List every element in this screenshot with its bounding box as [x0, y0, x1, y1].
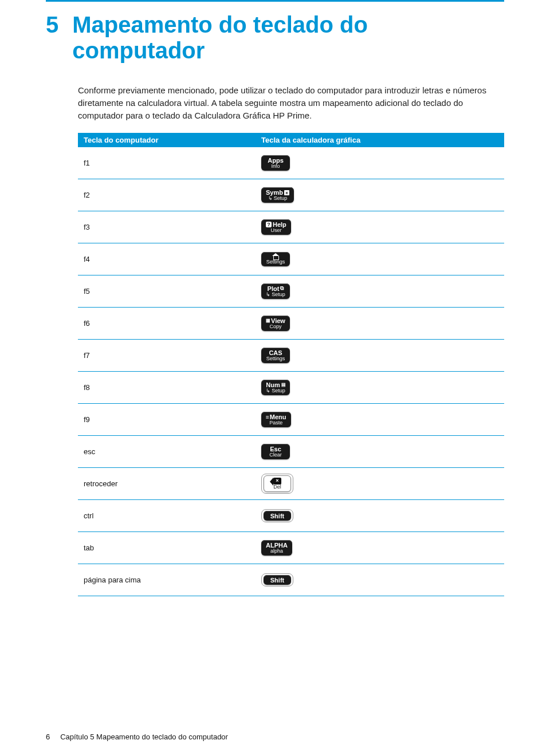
computer-key-label: esc — [84, 447, 261, 456]
calculator-key-cell: ?HelpUser — [261, 219, 498, 235]
calc-key-line1: Shift — [270, 513, 284, 519]
calc-key: CASSettings — [261, 348, 290, 363]
computer-key-label: f7 — [84, 351, 261, 360]
computer-key-label: f1 — [84, 159, 261, 167]
table-row: f4Settings — [78, 243, 504, 275]
calc-key: ▦ViewCopy — [261, 316, 290, 331]
header-calculator-key: Tecla da calculadora gráfica — [261, 136, 498, 144]
computer-key-label: f6 — [84, 319, 261, 328]
table-row: retroceder×Del — [78, 468, 504, 500]
calc-key-line2: Copy — [269, 324, 281, 330]
calc-key: Shift — [264, 511, 291, 521]
calc-key: ALPHAalpha — [261, 540, 292, 556]
calc-key-line2: User — [270, 228, 281, 234]
table-row: f9≡MenuPaste — [78, 404, 504, 436]
footer-page-number: 6 — [46, 733, 50, 741]
calculator-key-cell: Num▤↳Setup — [261, 380, 498, 395]
computer-key-label: f4 — [84, 255, 261, 263]
calc-key: AppsInfo — [261, 155, 290, 171]
num-icon: ▤ — [281, 383, 285, 388]
calculator-key-cell: Settings — [261, 252, 498, 266]
calc-key-line2: alpha — [270, 549, 283, 554]
calc-key-line2: ↳Setup — [268, 196, 288, 202]
computer-key-label: página para cima — [84, 576, 261, 584]
top-rule — [46, 0, 504, 2]
calc-key-line1: Shift — [270, 577, 284, 584]
computer-key-label: f2 — [84, 191, 261, 199]
chapter-number: 5 — [46, 12, 58, 38]
calc-key: Num▤↳Setup — [261, 380, 290, 395]
calc-key-line2: Paste — [269, 420, 282, 426]
table-row: f1AppsInfo — [78, 147, 504, 179]
calculator-key-cell: ≡MenuPaste — [261, 412, 498, 427]
calculator-key-cell: Shift — [261, 509, 498, 522]
calc-key: ?HelpUser — [261, 219, 291, 235]
calc-key: ×Del — [264, 475, 291, 492]
calc-key-line2: Del — [273, 485, 281, 490]
computer-key-label: f3 — [84, 223, 261, 231]
computer-key-label: f5 — [84, 287, 261, 296]
return-arrow-icon: ↳ — [266, 292, 270, 298]
intro-paragraph: Conforme previamente mencionado, pode ut… — [78, 84, 504, 121]
calc-key-line2: Info — [271, 164, 280, 170]
calculator-key-cell: EscClear — [261, 444, 498, 459]
table-row: escEscClear — [78, 436, 504, 468]
table-row: página para cimaShift — [78, 564, 504, 596]
calculator-key-cell: Plot⧉↳Setup — [261, 284, 498, 299]
calculator-key-cell: ALPHAalpha — [261, 540, 498, 556]
chapter-heading: 5 Mapeamento do teclado do computador — [46, 12, 504, 64]
page-footer: 6 Capítulo 5 Mapeamento do teclado do co… — [46, 733, 228, 741]
calculator-key-cell: ▦ViewCopy — [261, 316, 498, 331]
footer-chapter-ref: Capítulo 5 Mapeamento do teclado do comp… — [60, 733, 228, 741]
computer-key-label: f8 — [84, 383, 261, 392]
return-arrow-icon: ↳ — [266, 388, 270, 394]
calc-key-line2: Clear — [269, 452, 282, 458]
calculator-key-cell: AppsInfo — [261, 155, 498, 171]
calc-key: ≡MenuPaste — [261, 412, 291, 427]
calc-key: Plot⧉↳Setup — [261, 284, 290, 299]
calc-key-line2: Settings — [266, 259, 285, 265]
computer-key-label: tab — [84, 544, 261, 552]
key-outline: ×Del — [261, 474, 293, 494]
table-row: f5Plot⧉↳Setup — [78, 275, 504, 308]
calculator-key-cell: CASSettings — [261, 348, 498, 363]
header-computer-key: Tecla do computador — [84, 136, 261, 144]
table-header-row: Tecla do computador Tecla da calculadora… — [78, 133, 504, 147]
table-row: f3?HelpUser — [78, 211, 504, 243]
menu-icon: ≡ — [266, 414, 269, 420]
computer-key-label: ctrl — [84, 511, 261, 520]
table-row: f2Symbx↳Setup — [78, 179, 504, 211]
plot-icon: ⧉ — [280, 286, 284, 292]
calculator-key-cell: ×Del — [261, 474, 498, 494]
table-row: f8Num▤↳Setup — [78, 372, 504, 404]
key-mapping-table: Tecla do computador Tecla da calculadora… — [78, 133, 504, 596]
calc-key: Shift — [264, 575, 291, 585]
symb-x-icon: x — [284, 190, 289, 195]
table-row: f7CASSettings — [78, 340, 504, 372]
computer-key-label: f9 — [84, 415, 261, 424]
calc-key-line2: ↳Setup — [266, 388, 285, 394]
view-icon: ▦ — [266, 318, 270, 324]
table-row: tabALPHAalpha — [78, 532, 504, 564]
chapter-title: Mapeamento do teclado do computador — [72, 12, 504, 64]
table-row: ctrlShift — [78, 500, 504, 532]
help-icon: ? — [266, 222, 272, 227]
calculator-key-cell: Symbx↳Setup — [261, 187, 498, 203]
computer-key-label: retroceder — [84, 479, 261, 488]
calculator-key-cell: Shift — [261, 573, 498, 586]
calc-key: Settings — [261, 252, 290, 266]
calc-key: Symbx↳Setup — [261, 187, 294, 203]
return-arrow-icon: ↳ — [268, 196, 273, 202]
calc-key-line2: ↳Setup — [266, 292, 285, 298]
table-row: f6▦ViewCopy — [78, 308, 504, 340]
key-outline: Shift — [261, 573, 293, 586]
key-outline: Shift — [261, 509, 293, 522]
calc-key-line2: Settings — [266, 356, 285, 362]
calc-key: EscClear — [261, 444, 290, 459]
